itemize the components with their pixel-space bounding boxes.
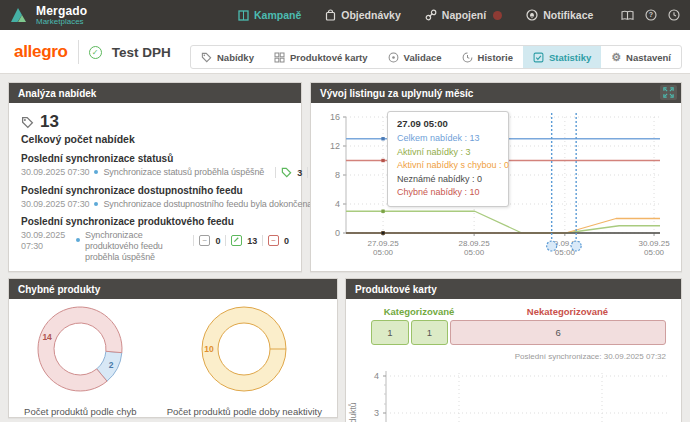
uncategorized-segment: 6 [450, 320, 666, 345]
brand-name: Mergado [36, 5, 87, 17]
top-navigation: Kampaně Objednávky Napojení [238, 0, 593, 30]
listing-chart-area: 048121627.09.2505:0028.09.2505:0029.09.2… [311, 103, 681, 271]
bullet-icon [94, 202, 98, 206]
svg-text:27.09.25: 27.09.25 [367, 239, 399, 248]
sync-status-heading: Poslední synchronizace statusů [21, 153, 289, 164]
tab-label: Validace [404, 52, 442, 63]
grid-icon [238, 10, 249, 21]
tab-nastaveni[interactable]: ⚙ Nastavení [601, 46, 681, 68]
bell-icon [526, 9, 538, 21]
donut-segment-value: 2 [109, 360, 114, 370]
tooltip-row: Chybné nabídky : 10 [397, 186, 499, 200]
nav-label: Objednávky [341, 9, 401, 21]
uncategorized-label: Nekategorizované [469, 306, 666, 317]
ytick: 4 [374, 371, 379, 381]
sync-message: Synchronizace dostupnostního feedu byla … [103, 199, 312, 209]
sync-date: 30.09.2025 07:30 [21, 230, 71, 252]
svg-text:4: 4 [335, 199, 340, 209]
sync-status-row: 30.09.2025 07:30 Synchronizace statusů p… [21, 167, 289, 178]
svg-text:8: 8 [335, 170, 340, 180]
book-icon[interactable] [621, 10, 634, 21]
divider [78, 40, 79, 64]
tab-label: Statistiky [549, 52, 591, 63]
nav-item-kampane[interactable]: Kampaně [238, 9, 301, 21]
check-circle-icon: ✓ [89, 46, 102, 59]
series-Aktivní nabídky [346, 211, 660, 233]
ytick: 3 [374, 408, 379, 418]
chart-ylabel: Počet produktů [348, 402, 358, 422]
sync-message: Synchronizace produktového feedu proběhl… [85, 230, 188, 263]
tooltip-row: Neznámé nabídky : 0 [397, 173, 499, 187]
svg-text:05:00: 05:00 [373, 248, 394, 257]
nav-label: Notifikace [543, 9, 593, 21]
panel-vyvoj-listingu: Vývoj listingu za uplynulý měsíc 0481216… [310, 82, 682, 272]
total-offers-count: 13 [40, 112, 59, 132]
stats-check-icon [533, 52, 544, 63]
total-offers-label: Celkový počet nabídek [21, 133, 289, 145]
tab-statistiky[interactable]: Statistiky [523, 46, 601, 68]
errors-by-inactivity-figure: 10 Počet produktů podle doby neaktivity [167, 304, 322, 417]
project-name: Test DPH [112, 45, 171, 60]
errors-by-type-figure: 214 Počet produktů podle chyb [24, 304, 137, 417]
tab-label: Produktové karty [290, 52, 368, 63]
tooltip-row: Aktivní nabídky s chybou : 0 [397, 159, 499, 173]
box-minus-icon: − [199, 235, 210, 246]
divider [307, 167, 308, 178]
panel-title: Vývoj listingu za uplynulý měsíc [320, 88, 473, 99]
chart-selection-handle[interactable] [547, 241, 557, 251]
expand-icon[interactable] [660, 85, 677, 100]
brand-sub: Marketplaces [36, 17, 87, 26]
topbar-utility-icons: ? [621, 0, 680, 30]
donut-caption: Počet produktů podle doby neaktivity [167, 406, 322, 417]
svg-text:28.09.25: 28.09.25 [459, 239, 491, 248]
napojeni-alert-badge [493, 11, 502, 20]
panel-title: Produktové karty [346, 279, 681, 299]
tab-label: Nabídky [217, 52, 254, 63]
sync-product-feed-row: 30.09.2025 07:30 Synchronizace produktov… [21, 230, 289, 263]
series-marker [381, 231, 384, 234]
nav-item-objednavky[interactable]: Objednávky [325, 9, 401, 21]
topbar: Mergado Marketplaces Kampaně Objednávky [0, 0, 690, 30]
tab-produktove-karty[interactable]: Produktové karty [264, 46, 378, 68]
project-header: allegro ✓ Test DPH Nabídky Produ [0, 30, 690, 74]
clock-icon[interactable] [668, 9, 680, 21]
categorized-label: Kategorizované [371, 306, 467, 317]
series-marker [381, 137, 384, 140]
donut-segment-value: 10 [205, 344, 215, 354]
categorized-segment: 1 [411, 320, 449, 345]
tab-nabidky[interactable]: Nabídky [191, 46, 264, 68]
mergado-logo[interactable]: Mergado Marketplaces [0, 5, 87, 26]
tag-icon [201, 52, 212, 63]
sync-product-feed-heading: Poslední synchronizace produktového feed… [21, 216, 289, 227]
svg-text:05:00: 05:00 [464, 248, 485, 257]
divider [275, 167, 276, 178]
svg-text:30.09.25: 30.09.25 [638, 239, 670, 248]
history-icon [462, 52, 473, 63]
badge-value: 13 [247, 236, 257, 246]
divider [225, 235, 226, 246]
panel-chybne-produkty: Chybné produkty 214 Počet produktů podle… [8, 278, 338, 418]
divider [193, 235, 194, 246]
target-icon [388, 52, 399, 63]
sync-availability-heading: Poslední synchronizace dostupnostního fe… [21, 185, 289, 196]
box-minus-icon: − [268, 235, 279, 246]
tab-validace[interactable]: Validace [378, 46, 452, 68]
sync-date: 30.09.2025 07:30 [21, 167, 89, 177]
tab-historie[interactable]: Historie [452, 46, 523, 68]
panel-title: Analýza nabídek [9, 83, 301, 103]
nav-item-napojeni[interactable]: Napojení [425, 9, 502, 21]
tooltip-title: 27.09 05:00 [397, 118, 499, 129]
sync-message: Synchronizace statusů proběhla úspěšně [103, 167, 264, 177]
sync-availability-row: 30.09.2025 07:30 Synchronizace dostupnos… [21, 199, 289, 209]
last-sync-text: Poslední synchronizace: 30.09.2025 07:32 [515, 352, 666, 361]
bullet-icon [76, 238, 80, 242]
help-icon[interactable]: ? [645, 9, 657, 21]
nav-label: Kampaně [254, 9, 301, 21]
nav-item-notifikace[interactable]: Notifikace [526, 9, 593, 21]
mergado-logo-icon [10, 6, 30, 24]
series-marker [381, 210, 384, 213]
svg-text:?: ? [649, 11, 653, 18]
chart-selection-handle[interactable] [571, 241, 581, 251]
tab-label: Historie [478, 52, 513, 63]
errors-by-type-donut: 214 [32, 304, 128, 396]
